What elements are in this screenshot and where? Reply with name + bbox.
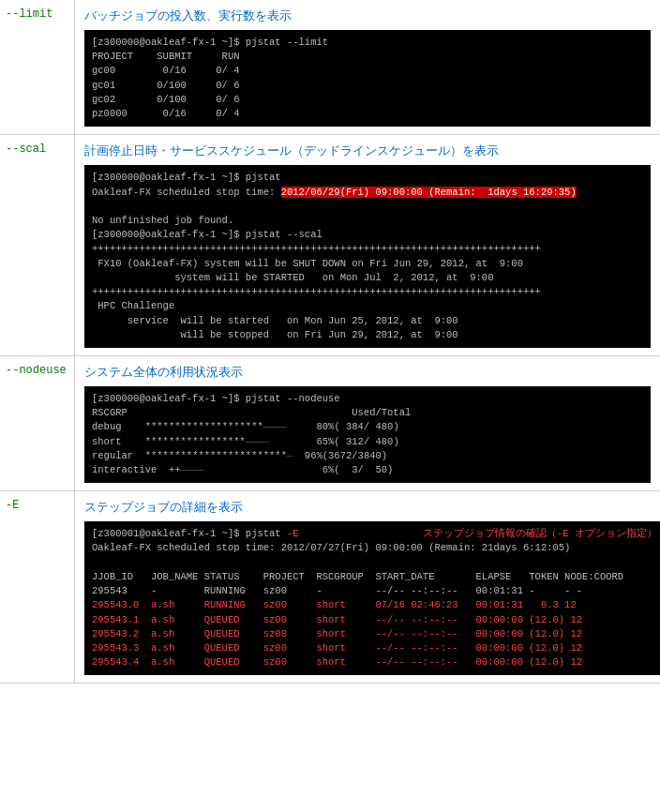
- content-scal: 計画停止日時・サービススケジュール（デッドラインスケジュール）を表示 [z300…: [75, 135, 660, 355]
- e-row-3: 295543.2 a.sh QUEUED sz00 short --/-- --…: [92, 628, 582, 639]
- content-e: ステップジョブの詳細を表示 [z300001@oakleaf-fx-1 ~]$ …: [75, 491, 660, 683]
- title-scal: 計画停止日時・サービススケジュール（デッドラインスケジュール）を表示: [84, 143, 651, 159]
- terminal-scal: [z300000@oakleaf-fx-1 ~]$ pjstat Oakleaf…: [84, 165, 651, 348]
- e-row-4: 295543.3 a.sh QUEUED sz00 short --/-- --…: [92, 642, 582, 654]
- e-prompt: [z300001@oakleaf-fx-1 ~]$ pjstat: [92, 528, 287, 539]
- terminal-e: [z300001@oakleaf-fx-1 ~]$ pjstat -E ステップ…: [84, 521, 660, 675]
- e-row-1: 295543.0 a.sh RUNNING sz00 short 07/16 0…: [92, 599, 577, 610]
- scal-prompt: [z300000@oakleaf-fx-1 ~]$ pjstat: [92, 172, 281, 183]
- terminal-nodeuse: [z300000@oakleaf-fx-1 ~]$ pjstat --nodeu…: [84, 386, 651, 483]
- e-suffix: [299, 528, 423, 539]
- e-stoptime: Oakleaf-FX scheduled stop time: 2012/07/…: [92, 542, 570, 553]
- scal-stop-label: Oakleaf-FX scheduled stop time:: [92, 187, 281, 198]
- section-scal: --scal 計画停止日時・サービススケジュール（デッドラインスケジュール）を表…: [0, 135, 660, 356]
- e-row-2: 295543.1 a.sh QUEUED sz00 short --/-- --…: [92, 614, 582, 625]
- terminal-limit: [z300000@oakleaf-fx-1 ~]$ pjstat --limit…: [84, 30, 651, 127]
- e-header: JJOB_ID JOB_NAME STATUS PROJECT RSCGROUP…: [92, 571, 623, 582]
- e-flag: -E: [287, 528, 299, 539]
- title-limit: バッチジョブの投入数、実行数を表示: [84, 8, 651, 24]
- e-row-0: 295543 - RUNNING sz00 - --/-- --:--:-- 0…: [92, 585, 582, 596]
- e-row-5: 295543.4 a.sh QUEUED sz00 short --/-- --…: [92, 656, 582, 668]
- scal-stop-time: 2012/06/29(Fri) 09:00:00 (Remain: 1days …: [281, 187, 577, 198]
- content-nodeuse: システム全体の利用状況表示 [z300000@oakleaf-fx-1 ~]$ …: [75, 356, 660, 490]
- title-nodeuse: システム全体の利用状況表示: [84, 364, 651, 381]
- label-scal: --scal: [0, 135, 75, 355]
- title-e: ステップジョブの詳細を表示: [84, 499, 660, 516]
- label-limit: --limit: [0, 0, 75, 134]
- section-e: -E ステップジョブの詳細を表示 [z300001@oakleaf-fx-1 ~…: [0, 491, 660, 684]
- section-limit: --limit バッチジョブの投入数、実行数を表示 [z300000@oakle…: [0, 0, 660, 135]
- label-e: -E: [0, 491, 75, 683]
- label-nodeuse: --nodeuse: [0, 356, 75, 490]
- scal-empty1: No unfinished job found. [z300000@oaklea…: [92, 215, 541, 340]
- e-annotation: ステップジョブ情報の確認（-E オプション指定）: [423, 528, 657, 539]
- content-limit: バッチジョブの投入数、実行数を表示 [z300000@oakleaf-fx-1 …: [75, 0, 660, 134]
- section-nodeuse: --nodeuse システム全体の利用状況表示 [z300000@oakleaf…: [0, 356, 660, 491]
